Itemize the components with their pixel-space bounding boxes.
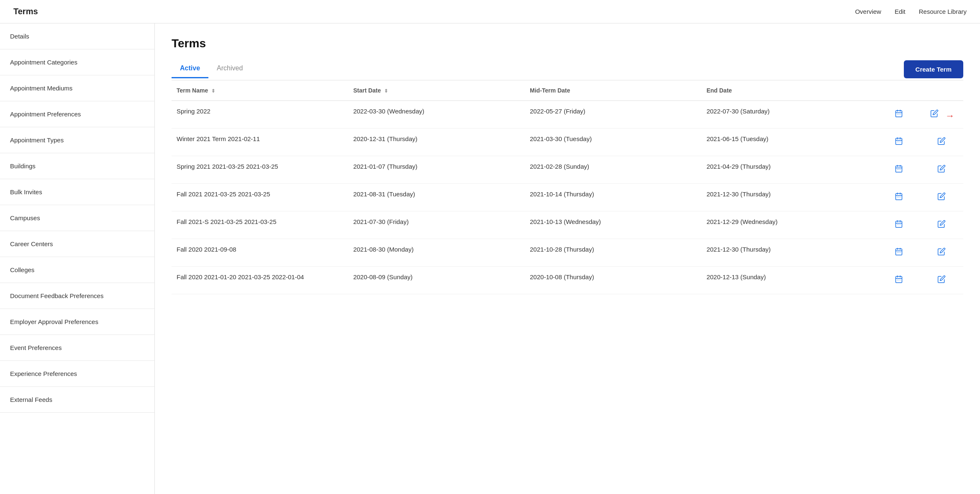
cell-edit[interactable] xyxy=(920,239,963,267)
archive-button[interactable] xyxy=(893,190,905,204)
cell-term-name: Winter 2021 Term 2021-02-11 xyxy=(172,129,348,156)
sidebar-item-event-preferences[interactable]: Event Preferences xyxy=(0,335,154,361)
sidebar-item-appointment-mediums[interactable]: Appointment Mediums xyxy=(0,75,154,101)
sidebar-item-external-feeds[interactable]: External Feeds xyxy=(0,387,154,413)
cell-edit[interactable] xyxy=(920,267,963,294)
cell-edit[interactable]: → xyxy=(920,101,963,129)
table-row: Fall 2021 2021-03-25 2021-03-25 2021-08-… xyxy=(172,184,963,211)
sidebar: Details Appointment Categories Appointme… xyxy=(0,23,155,494)
archive-button[interactable] xyxy=(893,135,905,149)
sidebar-item-document-feedback[interactable]: Document Feedback Preferences xyxy=(0,283,154,309)
sidebar-item-appointment-preferences[interactable]: Appointment Preferences xyxy=(0,101,154,127)
cell-start-date: 2021-08-31 (Tuesday) xyxy=(348,184,525,211)
tabs-row: Active Archived Create Term xyxy=(172,60,963,78)
cell-end-date: 2021-12-30 (Thursday) xyxy=(701,239,878,267)
table-row: Fall 2020 2021-09-08 2021-08-30 (Monday)… xyxy=(172,239,963,267)
sidebar-item-bulk-invites[interactable]: Bulk Invites xyxy=(0,179,154,205)
edit-button[interactable] xyxy=(936,218,947,232)
edit-button[interactable] xyxy=(936,135,947,149)
cell-archive[interactable] xyxy=(878,101,920,129)
tab-active[interactable]: Active xyxy=(172,60,208,78)
cell-mid-term-date: 2021-10-28 (Thursday) xyxy=(525,239,701,267)
main-content: Terms Active Archived Create Term Term N… xyxy=(155,23,980,494)
cell-archive[interactable] xyxy=(878,239,920,267)
cell-edit[interactable] xyxy=(920,129,963,156)
cell-end-date: 2022-07-30 (Saturday) xyxy=(701,101,878,129)
table-row: Fall 2021-S 2021-03-25 2021-03-25 2021-0… xyxy=(172,211,963,239)
cell-end-date: 2021-04-29 (Thursday) xyxy=(701,156,878,184)
edit-button[interactable] xyxy=(936,246,947,260)
col-header-mid-term: Mid-Term Date xyxy=(525,80,701,101)
cell-edit[interactable] xyxy=(920,156,963,184)
col-header-end-date: End Date xyxy=(701,80,878,101)
archive-button[interactable] xyxy=(893,273,905,287)
sort-icon-term-name: ⇕ xyxy=(211,88,215,94)
svg-rect-28 xyxy=(896,221,902,227)
sidebar-item-experience-preferences[interactable]: Experience Preferences xyxy=(0,361,154,387)
edit-button[interactable] xyxy=(936,190,947,204)
cell-archive[interactable] xyxy=(878,211,920,239)
cell-mid-term-date: 2020-10-08 (Thursday) xyxy=(525,267,701,294)
create-term-button[interactable]: Create Term xyxy=(904,60,963,78)
sidebar-item-appointment-categories[interactable]: Appointment Categories xyxy=(0,49,154,75)
archive-button[interactable] xyxy=(893,246,905,260)
cell-archive[interactable] xyxy=(878,156,920,184)
app-title: Terms xyxy=(13,7,38,16)
page-title: Terms xyxy=(172,37,963,50)
cell-start-date: 2020-12-31 (Thursday) xyxy=(348,129,525,156)
svg-rect-14 xyxy=(896,166,902,172)
cell-term-name: Fall 2021 2021-03-25 2021-03-25 xyxy=(172,184,348,211)
col-header-archive xyxy=(878,80,920,101)
cell-end-date: 2021-12-30 (Thursday) xyxy=(701,184,878,211)
sidebar-item-buildings[interactable]: Buildings xyxy=(0,153,154,179)
nav-resource-library[interactable]: Resource Library xyxy=(919,8,967,15)
terms-table: Term Name ⇕ Start Date ⇕ Mid-Term Date E… xyxy=(172,80,963,294)
cell-archive[interactable] xyxy=(878,129,920,156)
sidebar-item-employer-approval[interactable]: Employer Approval Preferences xyxy=(0,309,154,335)
svg-rect-35 xyxy=(896,249,902,255)
cell-term-name: Fall 2020 2021-01-20 2021-03-25 2022-01-… xyxy=(172,267,348,294)
col-header-edit xyxy=(920,80,963,101)
nav-overview[interactable]: Overview xyxy=(855,8,881,15)
cell-archive[interactable] xyxy=(878,184,920,211)
cell-mid-term-date: 2021-03-30 (Tuesday) xyxy=(525,129,701,156)
cell-term-name: Spring 2022 xyxy=(172,101,348,129)
svg-rect-21 xyxy=(896,193,902,200)
cell-edit[interactable] xyxy=(920,211,963,239)
sidebar-item-appointment-types[interactable]: Appointment Types xyxy=(0,127,154,153)
tab-archived[interactable]: Archived xyxy=(208,60,251,78)
sort-icon-start-date: ⇕ xyxy=(384,88,388,94)
top-bar: Terms Overview Edit Resource Library xyxy=(0,0,980,23)
archive-button[interactable] xyxy=(893,218,905,232)
cell-archive[interactable] xyxy=(878,267,920,294)
edit-button[interactable] xyxy=(936,163,947,177)
cell-start-date: 2021-07-30 (Friday) xyxy=(348,211,525,239)
archive-button[interactable] xyxy=(893,108,905,121)
cell-start-date: 2020-08-09 (Sunday) xyxy=(348,267,525,294)
edit-button[interactable] xyxy=(929,108,940,121)
table-row: Spring 2022 2022-03-30 (Wednesday) 2022-… xyxy=(172,101,963,129)
sidebar-item-career-centers[interactable]: Career Centers xyxy=(0,231,154,257)
cell-edit[interactable] xyxy=(920,184,963,211)
cell-start-date: 2021-01-07 (Thursday) xyxy=(348,156,525,184)
table-header-row: Term Name ⇕ Start Date ⇕ Mid-Term Date E… xyxy=(172,80,963,101)
cell-end-date: 2020-12-13 (Sunday) xyxy=(701,267,878,294)
top-nav: Overview Edit Resource Library xyxy=(855,8,967,15)
sidebar-item-colleges[interactable]: Colleges xyxy=(0,257,154,283)
cell-end-date: 2021-12-29 (Wednesday) xyxy=(701,211,878,239)
cell-term-name: Fall 2020 2021-09-08 xyxy=(172,239,348,267)
svg-rect-42 xyxy=(896,276,902,283)
svg-rect-0 xyxy=(896,111,902,117)
nav-edit[interactable]: Edit xyxy=(895,8,906,15)
cell-mid-term-date: 2021-10-13 (Wednesday) xyxy=(525,211,701,239)
sidebar-item-campuses[interactable]: Campuses xyxy=(0,205,154,231)
table-row: Fall 2020 2021-01-20 2021-03-25 2022-01-… xyxy=(172,267,963,294)
edit-button[interactable] xyxy=(936,273,947,287)
cell-end-date: 2021-06-15 (Tuesday) xyxy=(701,129,878,156)
cell-start-date: 2021-08-30 (Monday) xyxy=(348,239,525,267)
col-header-start-date: Start Date ⇕ xyxy=(348,80,525,101)
col-header-term-name: Term Name ⇕ xyxy=(172,80,348,101)
cell-term-name: Fall 2021-S 2021-03-25 2021-03-25 xyxy=(172,211,348,239)
archive-button[interactable] xyxy=(893,163,905,177)
sidebar-item-details[interactable]: Details xyxy=(0,23,154,49)
